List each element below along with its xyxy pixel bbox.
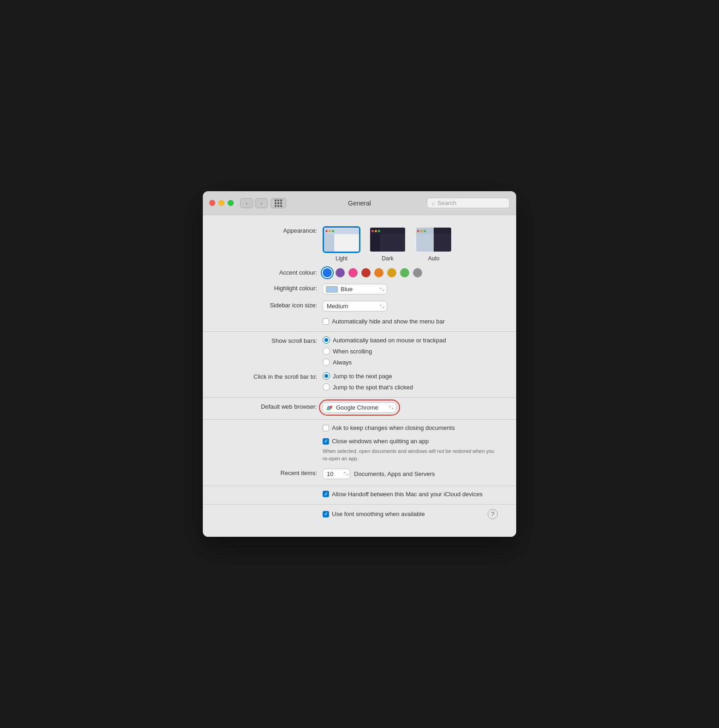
scroll-always-radio[interactable]: [323, 358, 330, 366]
traffic-lights: [209, 200, 234, 206]
divider-2: [203, 397, 516, 398]
scroll-auto-label: Automatically based on mouse or trackpad: [333, 337, 446, 344]
dark-label: Dark: [382, 255, 393, 262]
click-scroll-row: Click in the scroll bar to: Jump to the …: [221, 372, 498, 391]
accent-colour-label: Accent colour:: [221, 268, 323, 276]
handoff-label: Allow Handoff between this Mac and your …: [332, 491, 483, 498]
click-scroll-content: Jump to the next page Jump to the spot t…: [323, 372, 498, 391]
accent-pink[interactable]: [348, 268, 358, 277]
handoff-row: Allow Handoff between this Mac and your …: [221, 491, 498, 498]
click-next-label: Jump to the next page: [333, 373, 392, 380]
sidebar-icon-size-select[interactable]: Medium: [323, 301, 387, 311]
accent-purple[interactable]: [336, 268, 345, 277]
highlight-colour-row: Highlight colour: Blue: [221, 284, 498, 294]
highlight-colour-select[interactable]: Blue: [323, 284, 387, 294]
scroll-bars-row: Show scroll bars: Automatically based on…: [221, 336, 498, 366]
ask-keep-row: Ask to keep changes when closing documen…: [221, 424, 498, 431]
browser-row: Default web browser:: [221, 402, 498, 413]
ask-keep-label: Ask to keep changes when closing documen…: [332, 424, 455, 431]
accent-red[interactable]: [361, 268, 371, 277]
scroll-when-item: When scrolling: [323, 347, 446, 355]
divider-1: [203, 331, 516, 332]
scroll-auto-item: Automatically based on mouse or trackpad: [323, 336, 446, 344]
font-section: Use font smoothing when available ?: [203, 509, 516, 519]
click-spot-radio[interactable]: [323, 383, 330, 391]
accent-orange[interactable]: [374, 268, 383, 277]
font-smoothing-label: Use font smoothing when available: [332, 511, 425, 517]
accent-colour-content: [323, 268, 498, 277]
handoff-content: Allow Handoff between this Mac and your …: [323, 491, 498, 498]
font-smoothing-checkbox-row: Use font smoothing when available ?: [323, 509, 498, 519]
handoff-checkbox-row: Allow Handoff between this Mac and your …: [323, 491, 483, 498]
browser-select-container: Google Chrome: [323, 402, 396, 413]
close-windows-content: Close windows when quitting an app When …: [323, 438, 498, 462]
highlight-colour-label: Highlight colour:: [221, 284, 323, 292]
back-icon: ‹: [246, 200, 248, 206]
font-smoothing-checkbox[interactable]: [323, 511, 329, 517]
browser-section: Default web browser:: [203, 402, 516, 413]
accent-graphite[interactable]: [413, 268, 422, 277]
grid-button[interactable]: [271, 198, 286, 208]
titlebar: ‹ › General ⌕ Search: [203, 191, 516, 215]
maximize-button[interactable]: [228, 200, 234, 206]
ask-keep-checkbox[interactable]: [323, 425, 329, 431]
documents-section: Ask to keep changes when closing documen…: [203, 424, 516, 479]
appearance-content: Light: [323, 226, 498, 262]
appearance-auto[interactable]: Auto: [415, 226, 453, 262]
back-button[interactable]: ‹: [240, 198, 253, 208]
accent-blue[interactable]: [323, 268, 332, 277]
dark-thumb: [369, 226, 407, 253]
divider-4: [203, 486, 516, 486]
recent-items-content: 10 Documents, Apps and Servers: [323, 469, 498, 479]
browser-select[interactable]: Google Chrome: [323, 402, 396, 413]
click-spot-label: Jump to the spot that’s clicked: [333, 384, 413, 391]
light-thumb: [323, 226, 360, 253]
scroll-auto-radio[interactable]: [323, 336, 330, 344]
highlight-colour-select-wrapper: Blue: [323, 284, 387, 294]
ask-keep-checkbox-row: Ask to keep changes when closing documen…: [323, 424, 455, 431]
close-button[interactable]: [209, 200, 215, 206]
menu-bar-row: Automatically hide and show the menu bar: [221, 318, 498, 325]
ask-keep-content: Ask to keep changes when closing documen…: [323, 424, 498, 431]
sidebar-icon-size-row: Sidebar icon size: Medium: [221, 301, 498, 311]
scroll-when-radio[interactable]: [323, 347, 330, 355]
font-smoothing-row: Use font smoothing when available ?: [221, 509, 498, 519]
close-windows-checkbox[interactable]: [323, 438, 329, 445]
highlight-colour-content: Blue: [323, 284, 498, 294]
recent-items-label: Recent items:: [221, 469, 323, 476]
appearance-light[interactable]: Light: [323, 226, 360, 262]
browser-select-wrapper: Google Chrome: [323, 402, 396, 413]
sidebar-icon-size-select-wrapper: Medium: [323, 301, 387, 311]
scroll-when-label: When scrolling: [333, 348, 372, 355]
content-area: Appearance:: [203, 215, 516, 537]
accent-green[interactable]: [400, 268, 409, 277]
window: ‹ › General ⌕ Search Appearance:: [203, 191, 516, 537]
accent-colour-row: Accent colour:: [221, 268, 498, 277]
forward-button[interactable]: ›: [255, 198, 268, 208]
menu-bar-checkbox[interactable]: [323, 318, 329, 325]
scroll-bars-radio-group: Automatically based on mouse or trackpad…: [323, 336, 446, 366]
accent-yellow[interactable]: [387, 268, 396, 277]
menu-bar-checkbox-row: Automatically hide and show the menu bar: [323, 318, 445, 325]
close-windows-group: Close windows when quitting an app When …: [323, 438, 498, 462]
light-label: Light: [336, 255, 348, 262]
auto-thumb: [415, 226, 453, 253]
appearance-options: Light: [323, 226, 453, 262]
recent-items-stepper[interactable]: 10: [323, 469, 350, 479]
help-button[interactable]: ?: [488, 509, 498, 519]
recent-items-stepper-wrapper: 10: [323, 469, 350, 479]
divider-5: [203, 504, 516, 505]
scroll-always-label: Always: [333, 359, 352, 366]
click-next-radio[interactable]: [323, 372, 330, 380]
appearance-dark[interactable]: Dark: [369, 226, 407, 262]
search-box[interactable]: ⌕ Search: [427, 198, 510, 208]
appearance-label: Appearance:: [221, 226, 323, 234]
sidebar-icon-size-content: Medium: [323, 301, 498, 311]
browser-label: Default web browser:: [221, 402, 323, 410]
close-windows-checkbox-row: Close windows when quitting an app: [323, 438, 498, 445]
minimize-button[interactable]: [218, 200, 224, 206]
search-icon: ⌕: [432, 200, 435, 206]
scroll-bars-label: Show scroll bars:: [221, 336, 323, 344]
scroll-bars-section: Show scroll bars: Automatically based on…: [203, 336, 516, 391]
handoff-checkbox[interactable]: [323, 491, 329, 497]
